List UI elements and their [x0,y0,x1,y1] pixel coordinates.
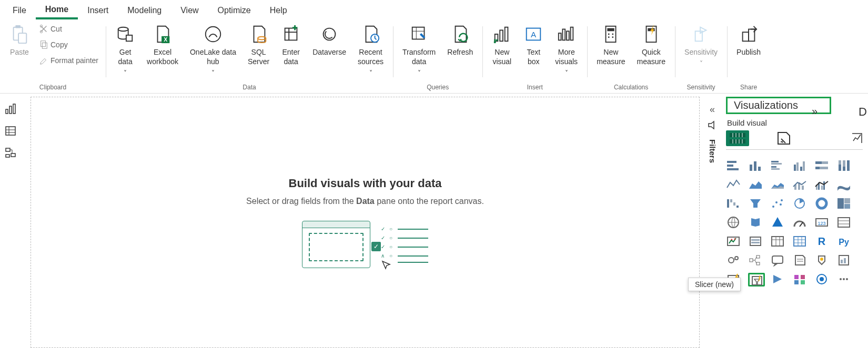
quick-measure-button[interactable]: Quick measure [633,21,670,67]
svg-point-127 [735,257,738,260]
donut-chart-icon[interactable] [814,197,831,211]
scissors-icon [39,24,48,34]
svg-rect-28 [570,27,573,40]
cut-button[interactable]: Cut [37,23,100,35]
text-box-button[interactable]: A Text box [519,21,548,67]
clustered-column-chart-icon[interactable] [792,159,809,173]
key-influencers-icon[interactable] [726,254,743,268]
excel-label: Excel workbook [147,47,178,66]
quick-measure-label: Quick measure [637,47,665,66]
svg-rect-143 [801,275,805,279]
table-view-icon[interactable] [5,125,16,137]
sql-server-button[interactable]: SQL Server [244,21,274,67]
r-visual-icon[interactable]: R [814,235,831,249]
copy-button[interactable]: Copy [37,39,100,50]
python-visual-icon[interactable]: Py [836,235,853,249]
matrix-icon[interactable] [792,235,809,249]
format-visual-tab[interactable] [772,130,795,146]
gauge-icon[interactable] [792,216,809,230]
transform-data-button[interactable]: Transform data [398,21,440,79]
multi-row-card-icon[interactable] [836,216,853,230]
svg-rect-93 [736,206,739,208]
report-canvas[interactable]: Build visuals with your data Select or d… [31,97,700,348]
line-clustered-column-icon[interactable] [814,178,831,192]
enter-data-button[interactable]: Enter data [277,21,305,67]
expand-data-pane-icon[interactable]: » [812,105,817,117]
hundred-stacked-bar-icon[interactable] [814,159,831,173]
svg-rect-89 [823,181,825,190]
scatter-chart-icon[interactable] [770,197,787,211]
get-more-visuals-icon[interactable] [836,273,853,286]
model-view-icon[interactable] [5,147,16,159]
recent-sources-button[interactable]: Recent sources [354,21,388,79]
card-icon[interactable]: 123 [814,216,831,230]
refresh-icon [450,24,470,44]
tab-help[interactable]: Help [260,2,297,18]
sensitivity-button[interactable]: Sensitivity [680,21,722,69]
hundred-stacked-column-icon[interactable] [836,159,853,173]
tab-home[interactable]: Home [36,1,78,19]
workspace: Build visuals with your data Select or d… [0,94,868,348]
svg-text:123: 123 [817,221,825,226]
refresh-label: Refresh [447,47,473,57]
arcgis-icon[interactable] [814,273,831,286]
get-data-button[interactable]: Get data [111,21,139,79]
area-chart-icon[interactable] [748,178,765,192]
slicer-icon[interactable] [748,235,765,249]
stacked-column-chart-icon[interactable] [748,159,765,173]
filled-map-icon[interactable] [748,216,765,230]
excel-icon: X [153,24,173,44]
pie-chart-icon[interactable] [792,197,809,211]
goals-icon[interactable] [814,254,831,268]
onelake-hub-button[interactable]: OneLake data hub [186,21,240,79]
new-measure-button[interactable]: New measure [592,21,629,67]
treemap-icon[interactable] [836,197,853,211]
power-automate-icon[interactable] [770,273,787,286]
tab-insert[interactable]: Insert [78,2,118,18]
svg-rect-67 [771,163,782,165]
sensitivity-icon [691,24,711,44]
tab-modeling[interactable]: Modeling [118,2,171,18]
azure-map-icon[interactable] [770,216,787,230]
funnel-chart-icon[interactable] [748,197,765,211]
paginated-report-icon[interactable] [836,254,853,268]
qa-visual-icon[interactable] [770,254,787,268]
kpi-icon[interactable]: ▲▼ [726,235,743,249]
paste-button[interactable]: Paste [5,21,34,58]
dataverse-button[interactable]: Dataverse [308,21,350,58]
brush-icon [39,56,48,65]
data-pane-label[interactable]: D [859,105,867,119]
tab-view[interactable]: View [171,2,208,18]
report-view-icon[interactable] [5,103,16,115]
publish-button[interactable]: Publish [732,21,765,58]
line-stacked-column-icon[interactable] [792,178,809,192]
tab-optimize[interactable]: Optimize [208,2,260,18]
excel-workbook-button[interactable]: X Excel workbook [143,21,183,67]
svg-text:R: R [818,236,826,247]
analytics-tab-icon[interactable] [851,132,863,144]
refresh-button[interactable]: Refresh [443,21,477,58]
new-visual-button[interactable]: New visual [488,21,516,67]
svg-rect-6 [42,43,47,48]
map-icon[interactable] [726,216,743,230]
table-visual-icon[interactable] [770,235,787,249]
clustered-bar-chart-icon[interactable] [770,159,787,173]
publish-label: Publish [736,47,761,57]
svg-point-94 [772,206,774,208]
ribbon-chart-icon[interactable] [836,178,853,192]
more-visuals-button[interactable]: More visuals [551,21,582,79]
app-source-icon[interactable] [792,273,809,286]
format-painter-button[interactable]: Format painter [37,55,100,66]
svg-rect-68 [771,166,776,168]
waterfall-chart-icon[interactable] [726,197,743,211]
decomposition-tree-icon[interactable] [748,254,765,268]
stacked-bar-chart-icon[interactable] [726,159,743,173]
line-chart-icon[interactable] [726,178,743,192]
stacked-area-chart-icon[interactable] [770,178,787,192]
filters-pane-collapsed[interactable]: « Filters [704,94,721,348]
slicer-new-icon[interactable] [748,273,765,286]
build-visual-tab[interactable] [726,130,749,146]
smart-narrative-icon[interactable] [792,254,809,268]
tab-file[interactable]: File [3,2,36,18]
svg-rect-77 [820,167,828,169]
